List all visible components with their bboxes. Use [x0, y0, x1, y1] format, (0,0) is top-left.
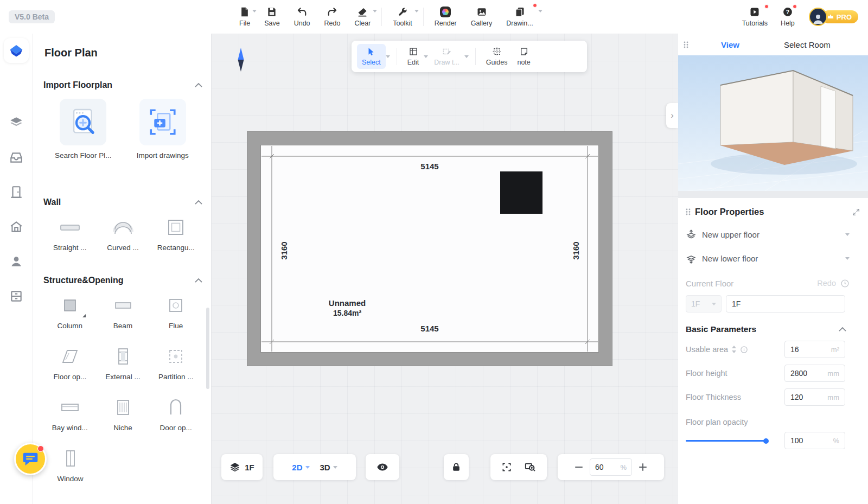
- floor-thickness-field[interactable]: mm: [784, 388, 845, 406]
- tool-rectangular-wall[interactable]: Rectangu...: [149, 215, 202, 252]
- chevron-down-icon[interactable]: [373, 10, 377, 12]
- zoom-area-icon[interactable]: [524, 461, 536, 473]
- avatar[interactable]: [809, 8, 827, 26]
- opacity-field[interactable]: %: [784, 432, 845, 449]
- tutorials-button[interactable]: Tutorials: [736, 3, 774, 30]
- tool-door-opening[interactable]: Door op...: [149, 395, 202, 432]
- zoom-input[interactable]: [595, 463, 615, 471]
- chevron-up-icon[interactable]: [195, 278, 202, 283]
- redo-button[interactable]: Redo: [317, 3, 348, 30]
- chevron-down-icon[interactable]: [845, 257, 850, 260]
- mode-3d-button[interactable]: 3D: [316, 463, 341, 472]
- drawings-button[interactable]: Drawin...: [499, 3, 540, 30]
- rail-storage[interactable]: [0, 140, 33, 175]
- tab-select-room[interactable]: Select Room: [784, 40, 831, 49]
- floor-height-field[interactable]: mm: [784, 365, 845, 382]
- import-drawings-button[interactable]: Import drawings: [123, 99, 203, 160]
- tab-view[interactable]: View: [721, 40, 739, 49]
- section-header[interactable]: Wall: [43, 197, 202, 207]
- rail-profile[interactable]: [0, 244, 33, 279]
- tool-curved-wall[interactable]: Curved ...: [97, 215, 150, 252]
- tool-window[interactable]: Window: [43, 446, 97, 483]
- floor-height-input[interactable]: [790, 369, 822, 378]
- basic-parameters-header[interactable]: Basic Parameters: [686, 312, 868, 337]
- section-header[interactable]: Structure&Opening: [43, 276, 202, 285]
- tool-column[interactable]: Column: [43, 293, 97, 330]
- right-panel-collapse-button[interactable]: ›: [666, 103, 678, 128]
- lock-button[interactable]: [444, 454, 469, 480]
- tool-straight-wall[interactable]: Straight ...: [43, 215, 97, 252]
- floor-thickness-input[interactable]: [790, 393, 822, 401]
- tool-bay-window[interactable]: Bay wind...: [43, 395, 97, 432]
- file-button[interactable]: File: [232, 3, 257, 30]
- gallery-button[interactable]: Gallery: [464, 3, 500, 30]
- expand-icon[interactable]: [852, 208, 860, 216]
- focus-icon[interactable]: [501, 462, 512, 473]
- tool-niche[interactable]: Niche: [97, 395, 150, 432]
- rail-decorate[interactable]: [0, 209, 33, 244]
- tool-beam[interactable]: Beam: [97, 293, 150, 330]
- rail-floorplan[interactable]: [4, 38, 29, 63]
- rail-furnish[interactable]: [0, 105, 33, 140]
- chevron-down-icon[interactable]: [252, 10, 257, 12]
- info-icon[interactable]: [740, 346, 748, 354]
- chevron-up-icon[interactable]: [195, 83, 202, 87]
- room-label[interactable]: Unnamed 15.84m²: [301, 298, 393, 317]
- column-object[interactable]: [500, 171, 542, 214]
- chevron-down-icon[interactable]: [305, 466, 310, 469]
- chevron-down-icon[interactable]: [464, 55, 469, 58]
- zoom-in-button[interactable]: [639, 463, 647, 471]
- pro-badge[interactable]: PRO: [822, 10, 858, 23]
- 3d-preview[interactable]: [678, 55, 868, 191]
- north-compass[interactable]: [237, 48, 245, 72]
- new-upper-floor-button[interactable]: New upper floor: [686, 222, 868, 246]
- floor-select-dropdown[interactable]: 1F: [686, 295, 722, 312]
- floor-switcher[interactable]: 1F: [221, 454, 263, 480]
- usable-area-input[interactable]: [790, 345, 822, 354]
- floor-plan-drawing[interactable]: 5145 5145 3160 3160 Unnamed 15.84m²: [247, 131, 612, 366]
- chevron-up-icon[interactable]: [839, 327, 846, 331]
- more-options-corner[interactable]: [82, 314, 86, 317]
- chevron-down-icon[interactable]: [386, 55, 390, 58]
- rail-cabinet[interactable]: [0, 279, 33, 314]
- drag-handle-icon[interactable]: [684, 41, 688, 48]
- new-lower-floor-button[interactable]: New lower floor: [686, 246, 868, 270]
- opacity-input[interactable]: [790, 436, 822, 445]
- mode-2d-button[interactable]: 2D: [288, 463, 313, 472]
- tool-external-window[interactable]: External ...: [97, 344, 150, 381]
- visibility-button[interactable]: [366, 454, 399, 480]
- chevron-down-icon[interactable]: [845, 233, 850, 236]
- opacity-slider[interactable]: [686, 437, 768, 444]
- clear-button[interactable]: Clear: [347, 3, 378, 30]
- note-tool-button[interactable]: note: [512, 44, 535, 69]
- search-floorplan-button[interactable]: Search Floor Pl...: [43, 99, 123, 160]
- chevron-down-icon[interactable]: [538, 10, 542, 12]
- toolkit-button[interactable]: Toolkit: [386, 3, 419, 30]
- zoom-out-button[interactable]: [575, 467, 583, 468]
- drag-handle-icon[interactable]: [686, 208, 691, 215]
- select-tool-button[interactable]: Select: [357, 44, 386, 69]
- chevron-up-icon[interactable]: [195, 200, 202, 205]
- tool-flue[interactable]: Flue: [149, 293, 202, 330]
- chevron-down-icon[interactable]: [424, 55, 428, 58]
- rail-doors[interactable]: [0, 175, 33, 209]
- section-header[interactable]: Import Floorplan: [43, 80, 202, 90]
- draw-tool-button[interactable]: Draw t...: [429, 44, 464, 69]
- zoom-level-field[interactable]: %: [590, 458, 632, 476]
- drawing-canvas[interactable]: Select Edit Draw t... Guides note: [212, 34, 678, 504]
- guides-tool-button[interactable]: Guides: [481, 44, 513, 69]
- panel-scrollbar[interactable]: [206, 308, 209, 389]
- chevron-down-icon[interactable]: [414, 10, 419, 12]
- help-button[interactable]: ? Help: [774, 3, 801, 30]
- slider-thumb[interactable]: [763, 438, 769, 444]
- floor-name-input[interactable]: [726, 295, 845, 312]
- chevron-down-icon[interactable]: [333, 466, 337, 469]
- undo-button[interactable]: Undo: [287, 3, 317, 30]
- save-button[interactable]: Save: [257, 3, 287, 30]
- usable-area-field[interactable]: m²: [784, 341, 845, 358]
- tool-partition[interactable]: Partition ...: [149, 344, 202, 381]
- stepper-icon[interactable]: [731, 346, 737, 353]
- floor-redo-button[interactable]: Redo: [817, 279, 836, 288]
- edit-tool-button[interactable]: Edit: [403, 44, 424, 69]
- chat-button[interactable]: [14, 443, 47, 475]
